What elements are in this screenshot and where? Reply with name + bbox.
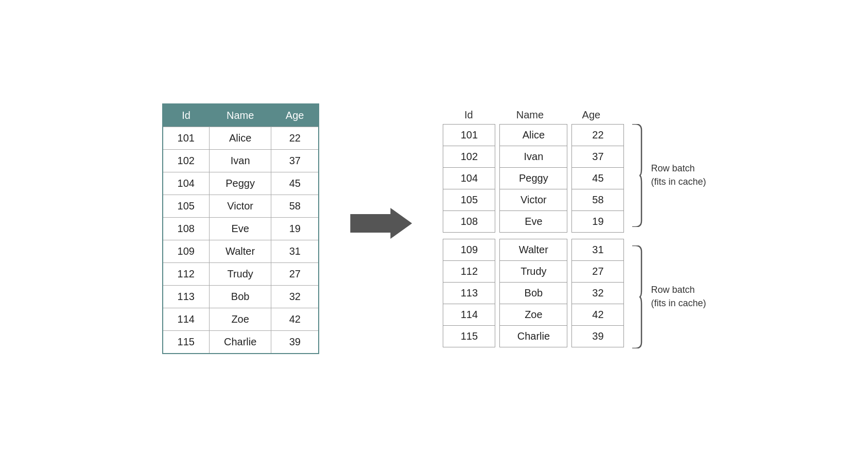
right-cell-age-0-1: 37: [572, 146, 623, 168]
left-cell-age: 42: [271, 308, 319, 330]
right-cell-name-1-0: Walter: [500, 239, 567, 261]
col-group-age-batch-1: 3127324239: [571, 239, 624, 347]
left-cell-id: 112: [163, 262, 210, 285]
left-cell-id: 105: [163, 195, 210, 217]
left-cell-age: 31: [271, 240, 319, 262]
left-cell-name: Bob: [209, 285, 271, 308]
brackets-column: Row batch(fits in cache)Row batch(fits i…: [630, 124, 706, 348]
left-cell-age: 37: [271, 149, 319, 172]
left-cell-name: Zoe: [209, 308, 271, 330]
left-cell-name: Victor: [209, 195, 271, 217]
batch-label-0: Row batch(fits in cache): [651, 162, 706, 188]
left-col-header-id: Id: [163, 104, 210, 127]
right-cell-name-1-2: Bob: [500, 283, 567, 304]
right-col-headers: Id Name Age: [443, 109, 706, 121]
right-arrow-icon: [350, 208, 412, 239]
table-row: 105Victor58: [163, 195, 319, 217]
right-header-name: Name: [496, 109, 563, 121]
left-col-header-age: Age: [271, 104, 319, 127]
bracket-svg-0: [630, 124, 646, 227]
left-cell-age: 22: [271, 127, 319, 149]
table-row: 114Zoe42: [163, 308, 319, 330]
bracket-item-0: Row batch(fits in cache): [630, 124, 706, 227]
table-row: 113Bob32: [163, 285, 319, 308]
right-cell-id-0-0: 101: [443, 125, 495, 146]
right-header-id: Id: [443, 109, 494, 121]
batch-0: 101102104105108AliceIvanPeggyVictorEve22…: [443, 124, 626, 233]
right-cell-name-0-1: Ivan: [500, 146, 567, 168]
left-cell-name: Peggy: [209, 172, 271, 195]
left-cell-name: Alice: [209, 127, 271, 149]
left-cell-id: 109: [163, 240, 210, 262]
left-cell-name: Walter: [209, 240, 271, 262]
left-cell-name: Trudy: [209, 262, 271, 285]
right-section: Id Name Age 101102104105108AliceIvanPegg…: [443, 109, 706, 348]
right-cell-name-1-1: Trudy: [500, 261, 567, 283]
right-cell-id-0-2: 104: [443, 168, 495, 189]
left-col-header-name: Name: [209, 104, 271, 127]
left-cell-id: 115: [163, 330, 210, 354]
right-cell-id-0-1: 102: [443, 146, 495, 168]
left-cell-id: 101: [163, 127, 210, 149]
right-cell-id-1-4: 115: [443, 326, 495, 347]
right-cell-name-0-3: Victor: [500, 189, 567, 211]
table-row: 102Ivan37: [163, 149, 319, 172]
right-cell-age-0-4: 19: [572, 211, 623, 232]
right-cell-name-1-4: Charlie: [500, 326, 567, 347]
left-cell-name: Eve: [209, 217, 271, 240]
bracket-item-1: Row batch(fits in cache): [630, 245, 706, 348]
right-cell-id-0-3: 105: [443, 189, 495, 211]
bracket-spacer: [630, 233, 706, 239]
table-row: 112Trudy27: [163, 262, 319, 285]
table-row: 115Charlie39: [163, 330, 319, 354]
right-with-brackets: 101102104105108AliceIvanPeggyVictorEve22…: [443, 124, 706, 348]
col-group-id-batch-0: 101102104105108: [443, 124, 495, 233]
left-cell-age: 39: [271, 330, 319, 354]
col-group-name-batch-0: AliceIvanPeggyVictorEve: [499, 124, 567, 233]
left-cell-age: 32: [271, 285, 319, 308]
col-group-id-batch-1: 109112113114115: [443, 239, 495, 347]
right-cell-name-0-0: Alice: [500, 125, 567, 146]
right-cell-id-1-1: 112: [443, 261, 495, 283]
table-row: 101Alice22: [163, 127, 319, 149]
left-cell-id: 102: [163, 149, 210, 172]
left-cell-id: 114: [163, 308, 210, 330]
table-row: 108Eve19: [163, 217, 319, 240]
left-cell-id: 113: [163, 285, 210, 308]
left-cell-age: 19: [271, 217, 319, 240]
right-cell-name-0-4: Eve: [500, 211, 567, 232]
right-cell-age-1-2: 32: [572, 283, 623, 304]
left-cell-name: Ivan: [209, 149, 271, 172]
right-cell-name-0-2: Peggy: [500, 168, 567, 189]
right-cell-id-0-4: 108: [443, 211, 495, 232]
right-cell-id-1-0: 109: [443, 239, 495, 261]
right-header-age: Age: [565, 109, 617, 121]
right-cell-name-1-3: Zoe: [500, 304, 567, 326]
main-container: Id Name Age 101Alice22102Ivan37104Peggy4…: [142, 83, 727, 375]
right-cell-age-0-2: 45: [572, 168, 623, 189]
right-cell-age-1-0: 31: [572, 239, 623, 261]
batch-1: 109112113114115WalterTrudyBobZoeCharlie3…: [443, 239, 626, 347]
left-cell-id: 104: [163, 172, 210, 195]
right-cell-age-0-0: 22: [572, 125, 623, 146]
right-cell-age-1-4: 39: [572, 326, 623, 347]
left-table: Id Name Age 101Alice22102Ivan37104Peggy4…: [162, 103, 320, 354]
right-cell-age-0-3: 58: [572, 189, 623, 211]
left-cell-id: 108: [163, 217, 210, 240]
table-row: 109Walter31: [163, 240, 319, 262]
left-cell-name: Charlie: [209, 330, 271, 354]
right-cell-id-1-3: 114: [443, 304, 495, 326]
batches-wrapper: 101102104105108AliceIvanPeggyVictorEve22…: [443, 124, 626, 347]
arrow-section: [350, 208, 412, 249]
col-group-name-batch-1: WalterTrudyBobZoeCharlie: [499, 239, 567, 347]
left-cell-age: 58: [271, 195, 319, 217]
right-cell-id-1-2: 113: [443, 283, 495, 304]
col-group-age-batch-0: 2237455819: [571, 124, 624, 233]
right-tables-area: Id Name Age 101102104105108AliceIvanPegg…: [443, 109, 706, 348]
left-cell-age: 27: [271, 262, 319, 285]
left-cell-age: 45: [271, 172, 319, 195]
right-cell-age-1-3: 42: [572, 304, 623, 326]
batch-label-1: Row batch(fits in cache): [651, 284, 706, 309]
bracket-svg-1: [630, 245, 646, 348]
right-cell-age-1-1: 27: [572, 261, 623, 283]
